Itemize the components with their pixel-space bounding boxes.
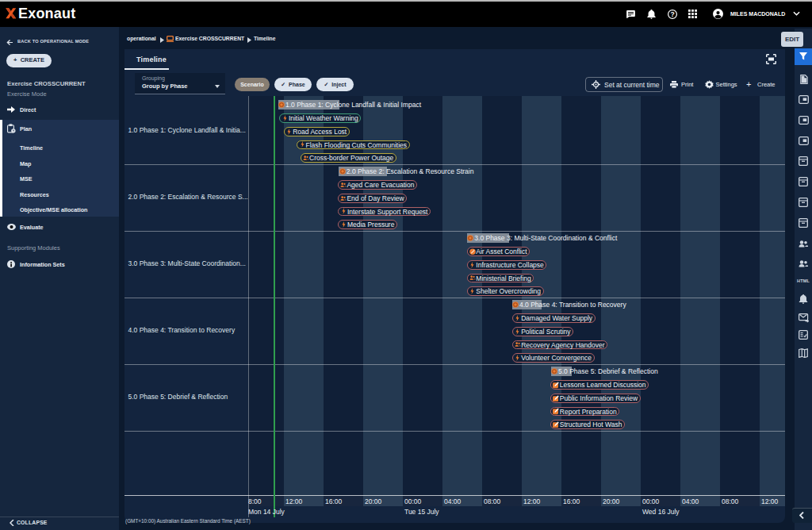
- svg-text:?: ?: [670, 10, 674, 18]
